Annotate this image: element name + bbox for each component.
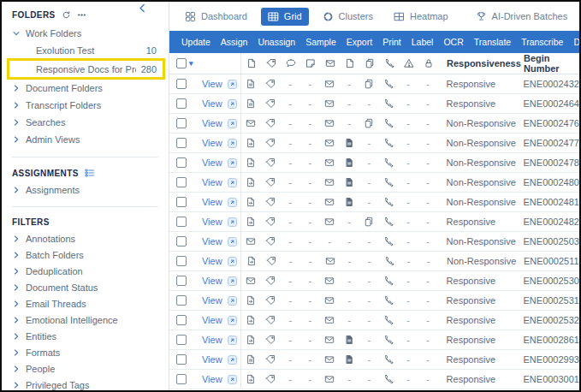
select-dropdown-caret[interactable]: ▾: [189, 59, 193, 68]
open-external-icon[interactable]: [227, 157, 238, 169]
sidebar-filter-item[interactable]: Entities: [2, 328, 169, 344]
view-link[interactable]: View: [202, 374, 222, 384]
chevron-right-icon[interactable]: [12, 235, 21, 243]
sidebar-filter-item[interactable]: Batch Folders: [2, 246, 169, 263]
sidebar-folder-group[interactable]: Transcript Folders: [2, 97, 169, 114]
sidebar-filter-item[interactable]: Document Status: [2, 279, 169, 295]
sidebar-filter-item[interactable]: Privileged Tags: [2, 377, 169, 390]
row-checkbox[interactable]: [176, 276, 187, 286]
sidebar-filter-item[interactable]: Email Threads: [2, 295, 169, 312]
view-link[interactable]: View: [202, 354, 222, 365]
chevron-down-icon[interactable]: [12, 29, 21, 38]
chevron-right-icon[interactable]: [12, 332, 21, 341]
view-link[interactable]: View: [202, 295, 222, 306]
view-link[interactable]: View: [202, 98, 222, 109]
sidebar-folder-group[interactable]: Searches: [2, 114, 169, 131]
open-external-icon[interactable]: [227, 335, 238, 346]
open-external-icon[interactable]: [227, 354, 238, 365]
view-link[interactable]: View: [202, 217, 222, 227]
translate-action-button[interactable]: Translate: [474, 37, 511, 47]
sidebar-filter-item[interactable]: Formats: [2, 344, 169, 360]
export-action-button[interactable]: Export: [347, 37, 372, 47]
open-external-icon[interactable]: [227, 295, 238, 306]
ocr-action-button[interactable]: OCR: [443, 37, 463, 47]
open-external-icon[interactable]: [227, 276, 238, 287]
open-external-icon[interactable]: [227, 118, 238, 129]
chevron-right-icon[interactable]: [12, 118, 21, 127]
row-checkbox[interactable]: [176, 79, 187, 89]
open-external-icon[interactable]: [227, 98, 238, 110]
chevron-right-icon[interactable]: [12, 251, 21, 259]
delete-action-button[interactable]: Delete: [573, 37, 579, 47]
row-checkbox[interactable]: [176, 217, 187, 227]
chevron-right-icon[interactable]: [12, 348, 21, 357]
sidebar-filter-item[interactable]: Emotional Intelligence: [2, 312, 169, 328]
open-external-icon[interactable]: [227, 236, 238, 247]
sample-action-button[interactable]: Sample: [305, 37, 336, 47]
row-checkbox[interactable]: [176, 374, 187, 384]
chevron-right-icon[interactable]: [12, 186, 21, 194]
open-external-icon[interactable]: [227, 177, 238, 188]
view-link[interactable]: View: [202, 335, 222, 345]
row-checkbox[interactable]: [176, 118, 187, 128]
chevron-right-icon[interactable]: [12, 365, 21, 373]
sidebar-folder-item[interactable]: Responsive Docs for Produc...280: [9, 60, 163, 78]
view-link[interactable]: View: [202, 256, 222, 266]
open-external-icon[interactable]: [227, 138, 238, 149]
chevron-right-icon[interactable]: [12, 300, 21, 308]
sidebar-collapse-button[interactable]: [137, 3, 148, 14]
row-checkbox[interactable]: [176, 236, 187, 246]
open-external-icon[interactable]: [227, 79, 238, 90]
assign-action-button[interactable]: Assign: [221, 37, 248, 47]
assignments-list-icon[interactable]: [85, 168, 95, 178]
open-external-icon[interactable]: [227, 374, 238, 385]
open-external-icon[interactable]: [227, 256, 238, 267]
sidebar-filter-item[interactable]: Annotations: [2, 230, 169, 246]
row-checkbox[interactable]: [176, 157, 187, 168]
view-link[interactable]: View: [202, 118, 222, 128]
chevron-right-icon[interactable]: [12, 267, 21, 276]
ellipsis-menu-icon[interactable]: [77, 10, 86, 20]
tab-clusters[interactable]: Clusters: [316, 8, 380, 26]
row-checkbox[interactable]: [176, 335, 187, 345]
row-checkbox[interactable]: [176, 354, 187, 365]
label-action-button[interactable]: Label: [412, 37, 434, 47]
row-checkbox[interactable]: [176, 98, 187, 109]
tab-ai-driven-batches[interactable]: AI-Driven Batches: [469, 8, 575, 26]
sidebar-item-assignments[interactable]: Assignments: [2, 181, 169, 198]
view-link[interactable]: View: [202, 138, 222, 148]
transcribe-action-button[interactable]: Transcribe: [521, 37, 563, 47]
sidebar-filter-item[interactable]: People: [2, 360, 169, 377]
print-action-button[interactable]: Print: [382, 37, 401, 47]
sidebar-filter-item[interactable]: Deduplication: [2, 263, 169, 279]
unassign-action-button[interactable]: Unassign: [258, 37, 295, 47]
chevron-right-icon[interactable]: [12, 316, 21, 324]
tab-grid[interactable]: Grid: [261, 8, 309, 26]
chevron-right-icon[interactable]: [12, 381, 21, 389]
view-link[interactable]: View: [202, 79, 222, 89]
row-checkbox[interactable]: [176, 295, 187, 306]
view-link[interactable]: View: [202, 236, 222, 246]
refresh-icon[interactable]: [62, 10, 71, 20]
open-external-icon[interactable]: [227, 197, 238, 208]
chevron-right-icon[interactable]: [12, 84, 21, 92]
sidebar-folder-group[interactable]: Admin Views: [2, 131, 169, 148]
view-link[interactable]: View: [202, 197, 222, 207]
select-all-checkbox[interactable]: [176, 58, 187, 68]
tab-dashboard[interactable]: Dashboard: [178, 8, 254, 26]
chevron-left-icon[interactable]: [137, 3, 148, 14]
row-checkbox[interactable]: [176, 197, 187, 207]
open-external-icon[interactable]: [227, 217, 238, 228]
chevron-right-icon[interactable]: [12, 135, 21, 144]
view-link[interactable]: View: [202, 157, 222, 168]
row-checkbox[interactable]: [176, 256, 187, 266]
chevron-right-icon[interactable]: [12, 283, 21, 292]
row-checkbox[interactable]: [176, 177, 187, 187]
view-link[interactable]: View: [202, 276, 222, 286]
sidebar-folder-group[interactable]: Work Folders: [2, 25, 169, 42]
view-link[interactable]: View: [202, 315, 222, 325]
update-action-button[interactable]: Update: [181, 37, 210, 47]
open-external-icon[interactable]: [227, 315, 238, 326]
row-checkbox[interactable]: [176, 138, 187, 148]
chevron-right-icon[interactable]: [12, 101, 21, 110]
